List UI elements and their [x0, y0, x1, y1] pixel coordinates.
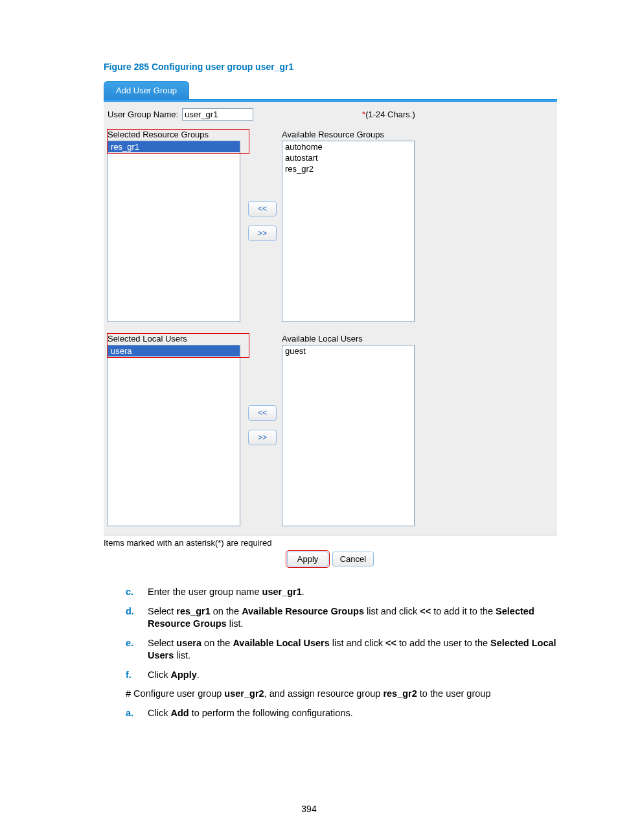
- tab-add-user-group[interactable]: Add User Group: [104, 81, 189, 99]
- step-marker: d.: [104, 605, 143, 631]
- config-paragraph: # Configure user group user_gr2, and ass…: [126, 688, 556, 701]
- step-text: Click Add to perform the following confi…: [143, 707, 556, 720]
- required-note: Items marked with an asterisk(*) are req…: [104, 538, 557, 548]
- move-right-button-2[interactable]: >>: [248, 430, 277, 445]
- chars-hint: (1-24 Chars.): [365, 110, 415, 119]
- selected-resource-groups-label: Selected Resource Groups: [108, 130, 240, 139]
- step-marker: a.: [104, 707, 143, 720]
- step-marker: c.: [104, 586, 143, 599]
- list-item[interactable]: autostart: [282, 152, 414, 163]
- selected-local-users-list[interactable]: usera: [108, 345, 240, 526]
- step-text: Select usera on the Available Local User…: [143, 637, 556, 662]
- step-marker: f.: [104, 669, 143, 682]
- available-resource-groups-list[interactable]: autohome autostart res_gr2: [282, 141, 415, 322]
- list-item[interactable]: res_gr1: [108, 141, 240, 152]
- move-left-button[interactable]: <<: [248, 201, 277, 216]
- page-number: 394: [0, 804, 618, 814]
- list-item[interactable]: res_gr2: [282, 163, 414, 174]
- figure-caption: Figure 285 Configuring user group user_g…: [104, 62, 556, 72]
- screenshot-panel: Add User Group User Group Name: * (1-24 …: [104, 81, 557, 566]
- selected-local-users-label: Selected Local Users: [108, 334, 240, 344]
- list-item[interactable]: usera: [108, 345, 240, 356]
- instructions: c. Enter the user group name user_gr1. d…: [104, 586, 556, 720]
- apply-button[interactable]: Apply: [287, 552, 328, 566]
- move-right-button[interactable]: >>: [248, 226, 277, 241]
- step-marker: e.: [104, 637, 143, 662]
- cancel-button[interactable]: Cancel: [332, 552, 374, 566]
- user-group-name-label: User Group Name:: [108, 110, 178, 119]
- list-item[interactable]: autohome: [282, 141, 414, 152]
- selected-resource-groups-list[interactable]: res_gr1: [108, 141, 240, 322]
- available-local-users-label: Available Local Users: [282, 334, 415, 344]
- move-left-button-2[interactable]: <<: [248, 405, 277, 421]
- step-text: Select res_gr1 on the Available Resource…: [143, 605, 556, 631]
- list-item[interactable]: guest: [282, 345, 414, 356]
- step-text: Click Apply.: [143, 669, 556, 682]
- user-group-name-input[interactable]: [182, 108, 253, 121]
- available-resource-groups-label: Available Resource Groups: [282, 130, 415, 139]
- available-local-users-list[interactable]: guest: [282, 345, 415, 526]
- step-text: Enter the user group name user_gr1.: [143, 586, 556, 599]
